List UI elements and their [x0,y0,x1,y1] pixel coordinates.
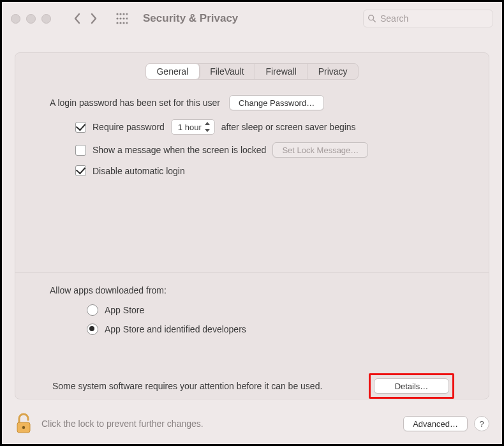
lock-text: Click the lock to prevent further change… [41,419,204,429]
svg-point-4 [116,17,118,19]
download-heading: Allow apps downloaded from: [50,285,454,295]
svg-point-6 [122,17,124,19]
login-password-intro: A login password has been set for this u… [50,98,220,108]
section-divider [15,272,489,272]
show-message-checkbox[interactable] [75,145,86,156]
search-placeholder: Search [380,13,408,24]
svg-point-0 [116,13,118,15]
svg-point-12 [369,15,374,20]
window-title: Security & Privacy [143,12,238,25]
all-prefs-icon[interactable] [116,13,128,24]
close-window-button[interactable] [11,14,20,24]
download-option-identified: App Store and identified developers [105,324,246,334]
download-radio-appstore[interactable] [87,304,98,316]
toolbar: Security & Privacy Search [2,2,502,35]
download-radio-identified[interactable] [87,323,98,335]
tab-filevault[interactable]: FileVault [200,64,255,79]
help-button[interactable]: ? [474,416,489,431]
tab-privacy[interactable]: Privacy [308,64,358,79]
disable-auto-login-label: Disable automatic login [93,166,185,176]
set-lock-message-button: Set Lock Message… [272,142,368,158]
window-controls [11,14,51,24]
system-software-notice: Some system software requires your atten… [52,381,322,391]
main-panel: General FileVault Firewall Privacy A log… [15,52,489,399]
require-password-label-after: after sleep or screen saver begins [221,122,356,132]
login-section: A login password has been set for this u… [28,95,476,176]
change-password-button[interactable]: Change Password… [229,95,324,110]
svg-point-16 [22,426,25,429]
svg-point-1 [119,13,121,15]
svg-point-7 [126,17,128,19]
svg-point-11 [126,22,128,24]
svg-point-8 [116,22,118,24]
download-section: Allow apps downloaded from: App Store Ap… [28,285,476,399]
disable-auto-login-checkbox[interactable] [75,165,86,176]
require-password-label-before: Require password [93,122,165,132]
back-button[interactable] [70,11,84,26]
nav-buttons [70,11,101,26]
search-field[interactable]: Search [363,10,493,27]
advanced-button[interactable]: Advanced… [403,416,468,431]
svg-point-3 [126,13,128,15]
download-option-appstore: App Store [105,305,144,315]
search-icon [367,14,376,23]
svg-point-2 [122,13,124,15]
svg-point-9 [119,22,121,24]
forward-button[interactable] [87,11,101,26]
minimize-window-button[interactable] [26,14,36,24]
svg-line-13 [373,20,375,22]
details-highlight: Details… [369,373,454,399]
lock-icon[interactable] [15,413,33,435]
tab-firewall[interactable]: Firewall [255,64,308,79]
tab-general[interactable]: General [146,64,200,79]
svg-point-10 [122,22,124,24]
require-password-checkbox[interactable] [75,122,86,133]
require-password-delay-value: 1 hour [178,123,202,132]
show-message-label: Show a message when the screen is locked [93,145,266,155]
zoom-window-button[interactable] [41,14,51,24]
svg-point-5 [119,17,121,19]
tabs: General FileVault Firewall Privacy [145,63,359,80]
details-button[interactable]: Details… [374,378,449,394]
require-password-delay-select[interactable]: 1 hour [171,119,215,135]
footer: Click the lock to prevent further change… [15,411,489,436]
